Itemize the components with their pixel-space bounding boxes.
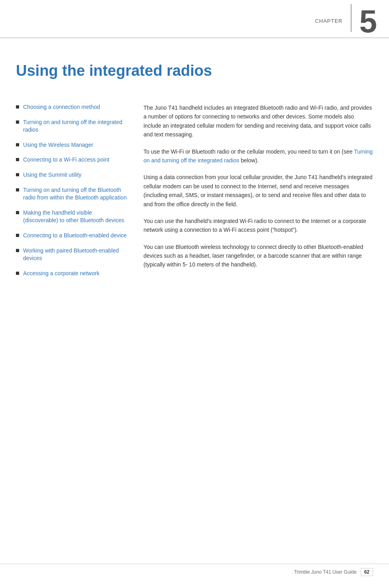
- toc-item: Connecting to a Wi-Fi access point: [16, 156, 128, 164]
- toc-bullet-icon: [16, 188, 19, 191]
- toc-bullet-icon: [16, 120, 19, 124]
- toc-item: Accessing a corporate network: [16, 270, 128, 278]
- toc-bullet-icon: [16, 105, 19, 109]
- toc-link-bluetooth-radio[interactable]: Turning on and turning off the Bluetooth…: [23, 186, 128, 202]
- toc-column: Choosing a connection methodTurning on a…: [16, 103, 128, 284]
- toc-item: Turning on and turning off the integrate…: [16, 118, 128, 134]
- content-integrated-radios-link[interactable]: Turning on and turning off the integrate…: [143, 148, 373, 164]
- toc-item: Making the handheld visible (discoverabl…: [16, 209, 128, 225]
- toc-item: Using the Summit utility: [16, 171, 128, 179]
- page-title: Using the integrated radios: [0, 38, 389, 95]
- toc-item: Using the Wireless Manager: [16, 141, 128, 149]
- toc-link-turning-on-off[interactable]: Turning on and turning off the integrate…: [23, 118, 128, 134]
- toc-item: Turning on and turning off the Bluetooth…: [16, 186, 128, 202]
- page-footer: Trimble Juno T41 User Guide 62: [0, 564, 389, 576]
- toc-link-choosing-connection[interactable]: Choosing a connection method: [23, 103, 100, 111]
- page-header: CHAPTER 5: [0, 0, 389, 38]
- toc-link-wifi-access-point[interactable]: Connecting to a Wi-Fi access point: [23, 156, 109, 164]
- toc-link-corporate-network[interactable]: Accessing a corporate network: [23, 270, 99, 278]
- content-column: The Juno T41 handheld includes an integr…: [143, 103, 373, 284]
- toc-link-summit-utility[interactable]: Using the Summit utility: [23, 171, 81, 179]
- header-divider: [351, 4, 352, 32]
- toc-bullet-icon: [16, 272, 19, 275]
- toc-bullet-icon: [16, 173, 19, 176]
- toc-bullet-icon: [16, 158, 19, 161]
- toc-link-bluetooth-device[interactable]: Connecting to a Bluetooth-enabled device: [23, 232, 127, 240]
- toc-item: Working with paired Bluetooth-enabled de…: [16, 247, 128, 262]
- toc-bullet-icon: [16, 211, 19, 214]
- content-paragraph-1: The Juno T41 handheld includes an integr…: [143, 103, 373, 139]
- toc-item: Choosing a connection method: [16, 103, 128, 111]
- footer-guide-name: Trimble Juno T41 User Guide: [294, 569, 357, 575]
- toc-link-wireless-manager[interactable]: Using the Wireless Manager: [23, 141, 93, 149]
- toc-link-handheld-visible[interactable]: Making the handheld visible (discoverabl…: [23, 209, 128, 225]
- toc-bullet-icon: [16, 234, 19, 237]
- content-paragraph-2: To use the Wi-Fi or Bluetooth radio or t…: [143, 147, 373, 165]
- content-paragraph-3: Using a data connection from your local …: [143, 173, 373, 209]
- toc-link-paired-bluetooth[interactable]: Working with paired Bluetooth-enabled de…: [23, 247, 128, 262]
- toc-bullet-icon: [16, 249, 19, 252]
- chapter-label: CHAPTER: [315, 0, 350, 37]
- chapter-number: 5: [360, 0, 389, 37]
- footer-page-number: 62: [361, 568, 373, 576]
- main-content: Choosing a connection methodTurning on a…: [0, 95, 389, 300]
- toc-bullet-icon: [16, 143, 19, 146]
- content-paragraph-5: You can use Bluetooth wireless technolog…: [143, 243, 373, 269]
- content-paragraph-4: You can use the handheld’s integrated Wi…: [143, 217, 373, 235]
- toc-item: Connecting to a Bluetooth-enabled device: [16, 232, 128, 240]
